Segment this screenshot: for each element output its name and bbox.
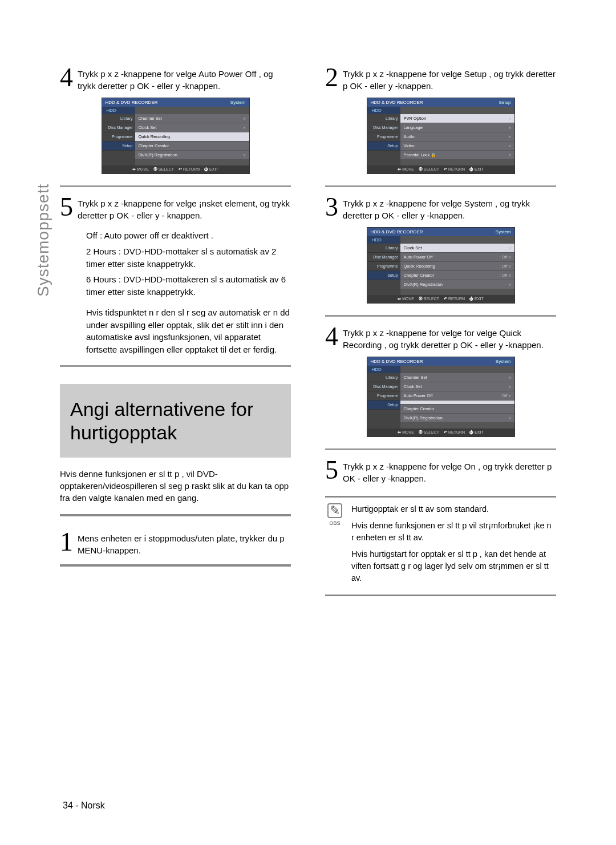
note-box: ✎ OBS Hurtigopptak er sl tt av som stand…	[325, 496, 556, 596]
osd-footer: ⇔ MOVE⦿ SELECT↶ RETURN⏻ EXIT	[367, 295, 514, 303]
osd-menu-row[interactable]: Clock Setx	[135, 123, 249, 132]
osd-section: System	[230, 100, 246, 105]
osd-title: HDD & DVD RECORDER	[371, 100, 423, 105]
osd-menu-row[interactable]: Videox	[400, 141, 514, 151]
step2-text: Trykk p x z -knappene for velge Setup , …	[343, 64, 556, 92]
osd-footer: ⇔ MOVE⦿ SELECT↶ RETURN⏻ EXIT	[367, 165, 514, 173]
osd-menu-row[interactable]: Languagex	[400, 123, 514, 132]
osd-menu-row[interactable]: Channel Setx	[400, 373, 514, 382]
step5-text: Trykk p x z -knappene for velge ¡nsket e…	[78, 194, 291, 221]
osd-menu-row[interactable]: PVR Optionx	[400, 114, 514, 123]
step3-text: Trykk p x z -knappene for velge System ,…	[343, 194, 556, 221]
step-number: 4	[60, 64, 73, 92]
osd-menu-row[interactable]: Parental Lock 🔒x	[400, 151, 514, 160]
osd-menu-row[interactable]: Chapter Creator	[400, 405, 514, 414]
osd-nav-item[interactable]: Programme	[102, 132, 135, 141]
osd-nav-item[interactable]: Setup	[367, 141, 400, 151]
step5r-text: Trykk p x z -knappene for velge On , og …	[343, 457, 556, 484]
osd-hdd-label: HDD	[367, 236, 400, 244]
page-number: 34 - Norsk	[63, 800, 105, 811]
right-column: 2 Trykk p x z -knappene for velge Setup …	[325, 60, 556, 596]
left-column: 4 Trykk p x z -knappene for velge Auto P…	[60, 60, 291, 596]
step-number: 5	[325, 457, 338, 484]
osd-menu-row[interactable]: Quick Recording	[135, 132, 249, 141]
osd-menu-row[interactable]: Channel Setx	[135, 114, 249, 123]
section-heading: Angi alternativene for hurtigopptak	[60, 384, 291, 458]
osd-section: Setup	[499, 100, 511, 105]
osd-nav-item[interactable]: Programme	[367, 262, 400, 271]
step-number: 2	[325, 64, 338, 92]
osd-menu-row[interactable]: Quick Recording: Off x	[400, 262, 514, 271]
step-number: 4	[325, 324, 338, 351]
step-number: 1	[60, 529, 73, 556]
osd-footer: ⇔ MOVE⦿ SELECT↶ RETURN⏻ EXIT	[102, 165, 249, 173]
osd-title: HDD & DVD RECORDER	[371, 229, 423, 235]
osd-footer: ⇔ MOVE⦿ SELECT↶ RETURN⏻ EXIT	[367, 428, 514, 436]
note-text-1: Hurtigopptak er sl tt av som standard.	[351, 503, 556, 515]
osd-section: System	[496, 359, 511, 364]
osd-nav-item[interactable]: Disc Manager	[367, 253, 400, 262]
osd-menu-row[interactable]: DivX(R) Registrationx	[400, 414, 514, 423]
osd-nav-item[interactable]: Disc Manager	[102, 123, 135, 132]
osd-nav-item[interactable]: Programme	[367, 132, 400, 141]
osd-screen: HDD & DVD RECORDERSystem HDD LibraryDisc…	[102, 98, 250, 174]
osd-nav-item[interactable]: Library	[367, 373, 400, 382]
side-tab-label: Systemoppsett	[34, 184, 52, 297]
osd-menu-row[interactable]: Chapter Creator	[135, 141, 249, 151]
6hours-option: 6 Hours : DVD-HDD-mottakeren sl s automa…	[86, 273, 291, 298]
step-number: 3	[325, 194, 338, 221]
osd-nav-item[interactable]: Disc Manager	[367, 123, 400, 132]
step4r-text: Trykk p x z -knappene for velge for velg…	[343, 324, 556, 351]
2hours-option: 2 Hours : DVD-HDD-mottaker sl s automati…	[86, 245, 291, 270]
step-number: 5	[60, 194, 73, 221]
osd-nav-item[interactable]: Disc Manager	[367, 382, 400, 391]
off-option: Off : Auto power off er deaktivert .	[86, 229, 291, 242]
note-icon: ✎	[327, 503, 342, 518]
osd-nav-item[interactable]: Library	[367, 114, 400, 123]
osd-nav-item[interactable]: Setup	[367, 271, 400, 280]
osd-hdd-label: HDD	[367, 107, 400, 114]
osd-title: HDD & DVD RECORDER	[371, 359, 423, 364]
note-text-3: Hvis hurtigstart for opptak er sl tt p ,…	[351, 548, 556, 584]
osd-nav-item[interactable]: Programme	[367, 391, 400, 401]
osd-nav-item[interactable]: Library	[102, 114, 135, 123]
osd-screen: HDD & DVD RECORDERSystem HDD LibraryDisc…	[367, 227, 515, 304]
osd-menu-row[interactable]: Auto Power Off: Off x	[400, 253, 514, 262]
osd-screen: HDD & DVD RECORDERSystem HDD LibraryDisc…	[367, 357, 515, 437]
osd-section: System	[496, 229, 511, 235]
osd-menu-row[interactable]: DivX(R) Registrationx	[400, 280, 514, 289]
osd-menu-row[interactable]: Audiox	[400, 132, 514, 141]
note-label: OBS	[329, 520, 340, 526]
osd-menu-row[interactable]: Auto Power Off: Off x	[400, 391, 514, 401]
section-intro: Hvis denne funksjonen er sl tt p , vil D…	[60, 468, 291, 504]
auto-off-note: Hvis tidspunktet n r den sl r seg av aut…	[86, 306, 291, 356]
osd-nav-item[interactable]: Library	[367, 244, 400, 253]
step1-text: Mens enheten er i stoppmodus/uten plate,…	[78, 529, 291, 556]
osd-nav-item[interactable]: Setup	[367, 401, 400, 410]
osd-title: HDD & DVD RECORDER	[106, 100, 158, 105]
osd-menu-row[interactable]	[400, 401, 514, 405]
osd-hdd-label: HDD	[367, 366, 400, 373]
osd-screen: HDD & DVD RECORDERSetup HDD LibraryDisc …	[367, 98, 515, 174]
osd-nav-item[interactable]: Setup	[102, 141, 135, 151]
osd-menu-row[interactable]: DivX(R) Registrationx	[135, 151, 249, 160]
osd-menu-row[interactable]: Chapter Creator: Off x	[400, 271, 514, 280]
osd-menu-row[interactable]: Clock Setx	[400, 244, 514, 253]
step4-text: Trykk p x z -knappene for velge Auto Pow…	[78, 64, 291, 92]
note-text-2: Hvis denne funksjonen er sl tt p vil str…	[351, 520, 556, 544]
osd-menu-row[interactable]: Clock Setx	[400, 382, 514, 391]
osd-hdd-label: HDD	[102, 107, 135, 114]
section-title-text: Angi alternativene for hurtigopptak	[70, 398, 281, 444]
